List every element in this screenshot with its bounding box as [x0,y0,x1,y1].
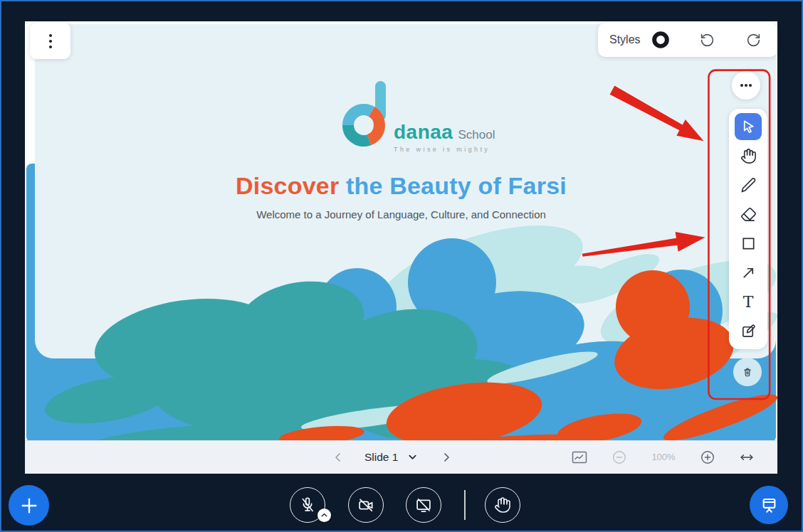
slide-title-accent: Discover [236,172,339,199]
plus-circle-icon [700,450,715,464]
tool-note-button[interactable] [735,318,762,345]
slide-dropdown-button[interactable] [408,452,417,462]
chevron-down-icon [408,452,417,462]
drawing-toolbar: T [729,109,767,349]
logo-tagline: The wise is mighty [394,146,495,153]
undo-button[interactable] [700,33,715,48]
minimap-button[interactable] [571,450,588,464]
danaa-d-donut-icon [335,81,391,147]
slide-navigation: Slide 1 [333,440,451,474]
slide-title: Discover the Beauty of Farsi [25,172,777,200]
arrow-up-right-icon [740,265,757,281]
app-window: danaaSchool The wise is mighty Discover … [0,0,803,532]
main-menu-button[interactable] [30,23,70,59]
call-bar-divider [464,490,466,520]
hand-icon [740,148,757,164]
screen-share-muted-icon [414,496,433,514]
previous-slide-button[interactable] [333,452,343,462]
screen-share-button[interactable] [406,487,441,523]
delete-button[interactable] [733,358,762,386]
chevron-right-icon [441,452,451,462]
minus-circle-icon [612,450,626,464]
styles-button[interactable]: Styles [609,33,641,46]
tool-select-button[interactable] [735,113,762,140]
toolbar-more-button[interactable] [732,71,760,100]
text-icon: T [743,294,754,310]
raise-hand-button[interactable] [485,487,520,523]
styles-panel: Styles [598,23,777,57]
next-slide-button[interactable] [441,452,451,462]
pencil-icon [740,177,757,193]
slide-label[interactable]: Slide 1 [364,451,398,464]
kebab-vertical-icon [49,40,52,43]
zoom-level: 100% [651,452,676,462]
minimap-icon [571,450,588,464]
present-whiteboard-button[interactable] [750,486,788,524]
chevron-up-icon [320,511,328,519]
chevron-left-icon [333,452,343,462]
logo-suffix: School [458,128,495,142]
microphone-muted-icon [298,496,317,514]
eraser-icon [740,206,757,223]
school-logo: danaaSchool The wise is mighty [325,81,510,158]
logo-text: danaaSchool The wise is mighty [394,121,495,153]
cursor-icon [740,119,757,135]
tool-draw-button[interactable] [735,171,762,198]
undo-icon [700,33,715,48]
note-edit-icon [740,323,757,339]
tool-erase-button[interactable] [735,201,762,228]
fit-width-arrows-icon [739,451,755,464]
microphone-options-button[interactable] [317,509,331,522]
trash-icon [740,365,755,379]
add-content-button[interactable] [9,485,49,526]
tool-pan-button[interactable] [735,142,762,169]
whiteboard-present-icon [760,496,779,515]
ellipsis-icon [745,84,747,87]
redo-button[interactable] [746,33,761,48]
camera-muted-icon [357,496,375,514]
slide-subtitle: Welcome to a Journey of Language, Cultur… [25,208,777,220]
tool-rectangle-button[interactable] [735,230,762,257]
zoom-out-button[interactable] [612,450,626,464]
logo-name: danaa [394,121,453,143]
raise-hand-icon [494,496,511,514]
slide-title-rest: the Beauty of Farsi [346,172,567,199]
redo-icon [746,33,761,48]
tool-arrow-button[interactable] [735,260,762,287]
fit-width-button[interactable] [739,451,755,464]
square-icon [740,235,757,252]
plus-icon [19,496,39,516]
tool-text-button[interactable]: T [735,289,762,316]
camera-button[interactable] [348,487,384,523]
zoom-in-button[interactable] [700,450,715,464]
color-ring-icon[interactable] [651,31,670,49]
zoom-controls: 100% [571,440,755,474]
